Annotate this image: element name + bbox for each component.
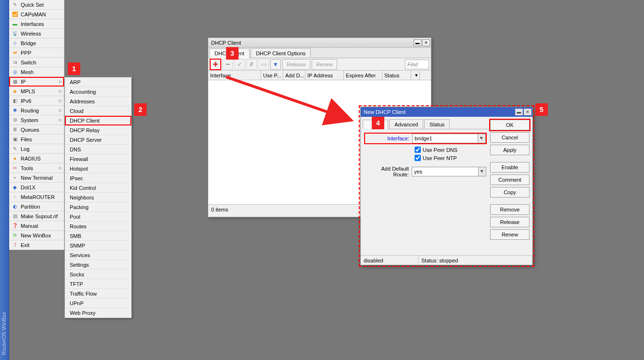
- menu-mpls[interactable]: ◈MPLS▷: [9, 87, 64, 96]
- submenu-hotspot[interactable]: Hotspot: [65, 164, 131, 174]
- submenu-settings[interactable]: Settings: [65, 260, 131, 270]
- menu-interfaces[interactable]: ▬Interfaces: [9, 19, 64, 29]
- menu-system[interactable]: ⚙System▷: [9, 115, 64, 125]
- col-expires-after[interactable]: Expires After: [344, 71, 382, 80]
- submenu-tftp[interactable]: TFTP: [65, 279, 131, 289]
- menu-ppp[interactable]: ⇄PPP: [9, 48, 64, 58]
- menu-partition[interactable]: ◐Partition: [9, 202, 64, 211]
- add-button[interactable]: ✚: [210, 59, 221, 70]
- submenu-pool[interactable]: Pool: [65, 212, 131, 222]
- menu-ipv6[interactable]: ◧IPv6▷: [9, 96, 64, 106]
- submenu-routes[interactable]: Routes: [65, 222, 131, 231]
- menu-wireless[interactable]: 📡Wireless: [9, 29, 64, 38]
- submenu-dhcp-relay[interactable]: DHCP Relay: [65, 125, 131, 135]
- submenu-firewall[interactable]: Firewall: [65, 154, 131, 164]
- use-peer-dns-checkbox[interactable]: [415, 147, 421, 153]
- app-title-bar: RouterOS WinBox: [0, 0, 9, 360]
- dropdown-icon[interactable]: ⧨: [478, 134, 485, 143]
- menu-quick-set[interactable]: ✎Quick Set: [9, 0, 64, 10]
- filter-button[interactable]: ▼: [270, 59, 281, 70]
- submenu-arp[interactable]: ARP: [65, 77, 131, 87]
- submenu-addresses[interactable]: Addresses: [65, 97, 131, 106]
- submenu-smb[interactable]: SMB: [65, 231, 131, 241]
- menu-icon: ✎: [11, 1, 19, 9]
- tab-status[interactable]: Status: [424, 119, 450, 129]
- renew-button[interactable]: Renew: [490, 229, 530, 240]
- renew-button[interactable]: Renew: [312, 59, 337, 70]
- menu-icon: ✂: [11, 164, 19, 172]
- menu-metarouter[interactable]: ▫MetaROUTER: [9, 192, 64, 202]
- remove-button[interactable]: ━: [222, 59, 233, 70]
- submenu-cloud[interactable]: Cloud: [65, 106, 131, 116]
- dialog-form: DHCP Advanced Status Interface: bridge1 …: [361, 117, 490, 255]
- submenu-ipsec[interactable]: IPsec: [65, 174, 131, 183]
- release-button[interactable]: Release: [490, 217, 530, 227]
- col-dropdown-icon[interactable]: ▾: [411, 71, 420, 80]
- menu-manual[interactable]: ❓Manual: [9, 221, 64, 231]
- menu-icon: ⤴: [11, 241, 19, 249]
- menu-icon: ◈: [11, 87, 19, 95]
- menu-capsman[interactable]: 📶CAPsMAN: [9, 10, 64, 19]
- menu-new-terminal[interactable]: ▪New Terminal: [9, 173, 64, 183]
- submenu-neighbors[interactable]: Neighbors: [65, 193, 131, 202]
- menu-tools[interactable]: ✂Tools▷: [9, 163, 64, 173]
- submenu-socks[interactable]: Socks: [65, 270, 131, 279]
- ok-button[interactable]: OK: [490, 120, 530, 130]
- submenu-snmp[interactable]: SNMP: [65, 241, 131, 250]
- minimize-button[interactable]: ▬: [515, 109, 523, 115]
- menu-files[interactable]: ▣Files: [9, 135, 64, 144]
- enable-button[interactable]: Enable: [490, 162, 530, 173]
- cancel-button[interactable]: Cancel: [490, 132, 530, 143]
- comment-button[interactable]: Comment: [490, 174, 530, 185]
- default-route-select[interactable]: yes ⧨: [412, 167, 486, 176]
- use-peer-ntp-checkbox[interactable]: [415, 155, 421, 161]
- dropdown-icon[interactable]: ⧨: [478, 167, 486, 176]
- submenu-web-proxy[interactable]: Web Proxy: [65, 308, 131, 318]
- menu-routing[interactable]: ✱Routing▷: [9, 106, 64, 115]
- menu-dot1x[interactable]: ◆Dot1X: [9, 183, 64, 192]
- submenu-kid-control[interactable]: Kid Control: [65, 183, 131, 193]
- submenu-dns[interactable]: DNS: [65, 145, 131, 154]
- find-input[interactable]: [405, 60, 429, 69]
- dialog-buttons: OKCancelApplyEnableCommentCopyRemoveRele…: [490, 117, 532, 255]
- tab-advanced[interactable]: Advanced: [389, 119, 423, 129]
- menu-icon: 📶: [11, 11, 19, 18]
- menu-queues[interactable]: ≣Queues: [9, 125, 64, 135]
- menu-switch[interactable]: ⇉Switch: [9, 58, 64, 67]
- minimize-button[interactable]: ▬: [414, 39, 421, 46]
- col-use-peer[interactable]: Use P...: [261, 71, 283, 80]
- menu-log[interactable]: ✎Log: [9, 144, 64, 154]
- col-ip-address[interactable]: IP Address: [305, 71, 344, 80]
- tab-dhcp-client-options[interactable]: DHCP Client Options: [251, 48, 311, 58]
- submenu-dhcp-server[interactable]: DHCP Server: [65, 135, 131, 145]
- close-button[interactable]: ✕: [524, 109, 531, 115]
- submenu-upnp[interactable]: UPnP: [65, 298, 131, 308]
- comment-button[interactable]: ▭: [258, 59, 269, 70]
- remove-button[interactable]: Remove: [490, 204, 530, 215]
- release-button[interactable]: Release: [282, 59, 310, 70]
- disable-button[interactable]: ✗: [246, 59, 257, 70]
- submenu-packing[interactable]: Packing: [65, 202, 131, 212]
- interface-select[interactable]: bridge1 ⧨: [412, 134, 486, 143]
- menu-mesh[interactable]: ◎Mesh: [9, 67, 64, 77]
- apply-button[interactable]: Apply: [490, 145, 530, 155]
- menu-exit[interactable]: ⤴Exit: [9, 240, 64, 250]
- submenu-services[interactable]: Services: [65, 250, 131, 260]
- col-status[interactable]: Status: [382, 71, 411, 80]
- menu-ip[interactable]: ▦IP▷: [9, 77, 64, 87]
- col-interface[interactable]: Interface: [208, 71, 261, 80]
- submenu-dhcp-client[interactable]: DHCP Client: [65, 116, 131, 125]
- copy-button[interactable]: Copy: [490, 187, 530, 198]
- submenu-accounting[interactable]: Accounting: [65, 87, 131, 97]
- menu-radius[interactable]: ●RADIUS: [9, 154, 64, 163]
- menu-icon: ●: [11, 155, 19, 162]
- submenu-traffic-flow[interactable]: Traffic Flow: [65, 289, 131, 298]
- col-add-default[interactable]: Add D...: [283, 71, 305, 80]
- menu-make-supout-rif[interactable]: ▤Make Supout.rif: [9, 211, 64, 221]
- menu-new-winbox[interactable]: ⟳New WinBox: [9, 231, 64, 240]
- close-button[interactable]: ✕: [422, 39, 430, 46]
- menu-bridge[interactable]: ⊹Bridge: [9, 38, 64, 48]
- app-title: RouterOS WinBox: [1, 312, 7, 355]
- enable-button[interactable]: ✓: [234, 59, 245, 70]
- chevron-right-icon: ▷: [59, 118, 62, 122]
